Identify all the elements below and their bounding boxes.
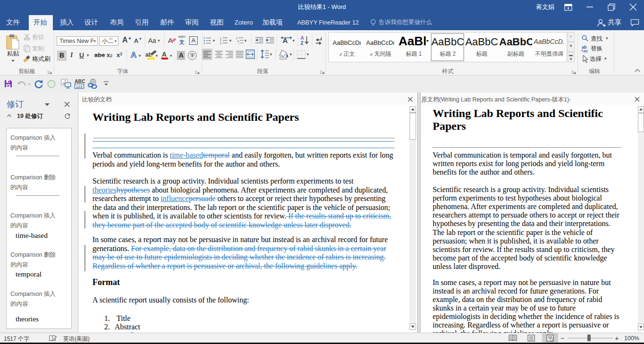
svg-text:i: i: [239, 42, 239, 44]
svg-text:ac: ac: [583, 49, 588, 53]
svg-text:3: 3: [220, 42, 221, 45]
svg-text:ABC: ABC: [75, 78, 85, 84]
svg-text:Z: Z: [301, 41, 303, 45]
svg-text:A: A: [301, 35, 304, 41]
svg-text:123: 123: [76, 84, 83, 89]
